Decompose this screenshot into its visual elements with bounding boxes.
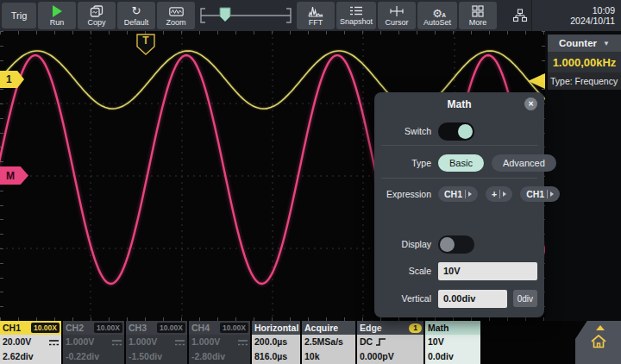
run-label: Run [50, 18, 65, 27]
expression-label: Expression [381, 189, 431, 199]
type-advanced-option[interactable]: Advanced [492, 154, 556, 172]
dropdown-icon [550, 191, 554, 197]
refresh-icon: ↻ [132, 5, 141, 17]
scale-input[interactable]: 10V [438, 262, 537, 280]
counter-title: Counter [559, 38, 597, 48]
ch3-probe-badge: 10.00X [157, 323, 185, 333]
copy-button[interactable]: Copy [78, 2, 116, 29]
math-status-box[interactable]: Math 10V 0.0div [425, 321, 480, 364]
scale-row: Scale 10V [381, 261, 537, 280]
trigger-source-badge: 1 [409, 323, 422, 333]
switch-row: Switch [381, 121, 537, 141]
slider-handle [220, 8, 230, 22]
gear-icon: ⚙ A [432, 5, 442, 17]
math-dialog-title: Math [448, 98, 472, 110]
horizontal-box[interactable]: Horizontal 200.0µs 816.0µs [252, 321, 300, 364]
ch1-name: CH1 [3, 323, 21, 333]
vertical-zero-button[interactable]: 0div [513, 290, 537, 307]
rising-edge-icon [376, 337, 386, 347]
clock-time: 10:09 [593, 5, 615, 16]
cursor-label: Cursor [385, 18, 408, 27]
divider [381, 145, 537, 146]
vertical-row: Vertical 0.00div 0div [381, 289, 537, 308]
dc-coupling-icon [112, 339, 122, 347]
counter-header[interactable]: Counter ▼ [548, 35, 621, 52]
cursor-button[interactable]: Cursor [378, 2, 416, 29]
math-switch-toggle[interactable] [438, 122, 474, 141]
ch1-probe-badge: 10.00X [31, 323, 60, 333]
clock-date: 2024/10/11 [570, 16, 615, 27]
counter-panel: Counter ▼ 1.000,00kHz Type: Frequency [548, 35, 621, 90]
type-basic-option[interactable]: Basic [438, 154, 484, 172]
fft-spectrum-icon [308, 5, 323, 17]
top-toolbar: Trig Run Copy ↻ Default Zoom [0, 0, 621, 31]
trig-button[interactable]: Trig [2, 3, 36, 28]
math-marker-label: M [6, 170, 15, 182]
run-button[interactable]: Run [38, 2, 76, 29]
channel2-box[interactable]: CH2 10.00X 1.000V -0.22div [63, 321, 124, 364]
dropdown-icon [503, 191, 506, 197]
zoom-button[interactable]: Zoom [157, 2, 195, 29]
ch3-name: CH3 [129, 323, 147, 333]
channel4-box[interactable]: CH4 10.00X 1.000V -2.80div [189, 321, 250, 364]
expression-operand1-select[interactable]: CH1 [438, 186, 478, 202]
ch2-probe-badge: 10.00X [94, 323, 122, 333]
dc-coupling-icon [49, 339, 59, 347]
display-row: Display [381, 234, 537, 254]
corner-menu-panel[interactable] [575, 321, 621, 364]
gear-a-label: A [442, 12, 446, 18]
default-button[interactable]: ↻ Default [117, 2, 155, 29]
snapshot-label: Snapshot [340, 17, 373, 26]
more-grid-icon [472, 5, 484, 17]
vertical-input[interactable]: 0.00div [438, 290, 507, 308]
zoom-label: Zoom [166, 18, 185, 27]
close-icon: ✕ [528, 100, 534, 108]
counter-value: 1.000,00kHz [548, 52, 621, 72]
acquire-box[interactable]: Acquire 2.5MSa/s 10k [302, 321, 355, 364]
channel3-box[interactable]: CH3 10.00X 1.000V -1.50div [126, 321, 187, 364]
copy-label: Copy [87, 18, 105, 27]
dc-coupling-icon [175, 339, 185, 347]
snapshot-button[interactable]: Snapshot [336, 2, 376, 29]
expression-operator-select[interactable]: + [486, 186, 512, 202]
close-button[interactable]: ✕ [524, 97, 537, 110]
chevron-down-icon: ▼ [603, 40, 610, 47]
trigger-level-arrow[interactable] [528, 73, 545, 89]
ch2-name: CH2 [66, 323, 84, 333]
type-label: Type [381, 158, 431, 168]
fft-button[interactable]: FFT [297, 2, 335, 29]
clock-display: 10:09 2024/10/11 [531, 0, 621, 31]
switch-label: Switch [381, 126, 431, 136]
default-label: Default [124, 18, 149, 27]
channel1-box[interactable]: CH1 10.00X 20.00V 2.62div [0, 321, 61, 364]
network-icon [512, 9, 528, 22]
ch4-name: CH4 [191, 323, 210, 333]
zoom-waveform-icon [169, 5, 184, 17]
trigger-edge-box[interactable]: Edge 1 DC 0.000pV [357, 321, 423, 364]
separator [547, 190, 548, 198]
cursor-crosshair-icon [390, 5, 404, 17]
bottom-status-bar: CH1 10.00X 20.00V 2.62div CH2 10.00X 1.0… [0, 321, 621, 364]
dropdown-icon [468, 191, 472, 197]
ch1-marker-label: 1 [6, 73, 12, 85]
trigger-position-marker[interactable]: T [136, 34, 155, 55]
expression-row: Expression CH1 + CH1 [381, 184, 537, 204]
home-icon[interactable] [589, 333, 608, 350]
expression-operand2-select[interactable]: CH1 [520, 186, 560, 202]
vertical-label: Vertical [381, 293, 431, 304]
toggle-knob [458, 124, 473, 139]
fft-label: FFT [309, 18, 323, 27]
expand-up-icon[interactable] [596, 325, 605, 330]
autoset-button[interactable]: ⚙ A AutoSet [417, 2, 457, 29]
ch4-probe-badge: 10.00X [220, 323, 248, 333]
horizontal-position-slider[interactable] [197, 0, 295, 31]
more-button[interactable]: More [459, 2, 497, 29]
display-label: Display [381, 239, 431, 249]
dc-coupling-icon [238, 339, 248, 347]
network-status-button[interactable] [511, 9, 530, 22]
trigger-marker-label: T [136, 35, 155, 47]
type-row: Type Basic Advanced [381, 153, 537, 173]
copy-icon [90, 5, 104, 17]
scale-label: Scale [381, 266, 431, 276]
display-toggle[interactable] [438, 235, 474, 254]
